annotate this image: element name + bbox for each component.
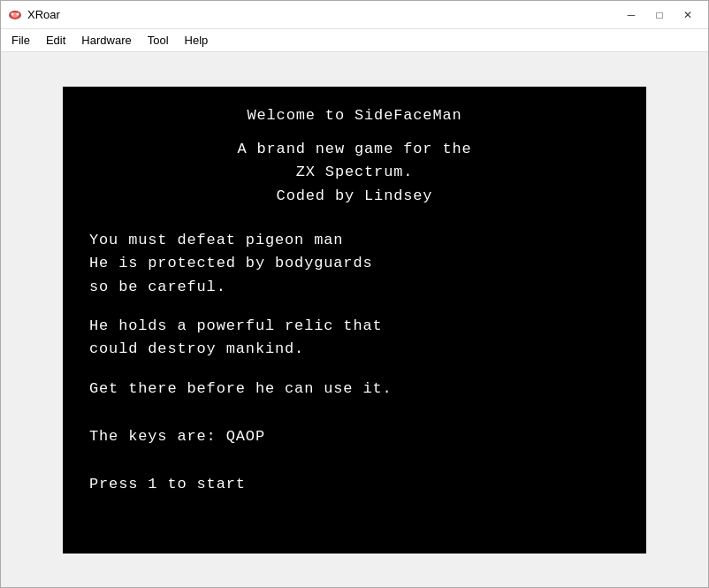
- screen-line2: A brand new game for the: [89, 138, 620, 161]
- screen-line4: Coded by Lindsey: [89, 185, 620, 208]
- close-button[interactable]: ✕: [675, 6, 701, 24]
- screen-subtitle: A brand new game for the ZX Spectrum. Co…: [89, 138, 620, 208]
- svg-point-2: [11, 12, 14, 15]
- screen-title-line: Welcome to SideFaceMan: [89, 104, 620, 127]
- screen-get: Get there before he can use it.: [89, 378, 620, 401]
- screen-line9: could destroy mankind.: [89, 338, 620, 361]
- svg-point-3: [17, 12, 19, 15]
- screen-press: Press 1 to start: [89, 473, 620, 496]
- menu-hardware[interactable]: Hardware: [74, 32, 138, 49]
- minimize-button[interactable]: ─: [618, 6, 644, 24]
- emulator-screen: Welcome to SideFaceMan A brand new game …: [63, 87, 646, 554]
- title-bar: XRoar ─ □ ✕: [1, 1, 708, 29]
- screen-line10: Get there before he can use it.: [89, 378, 620, 401]
- screen-body: You must defeat pigeon man He is protect…: [89, 229, 620, 299]
- screen-line12: Press 1 to start: [89, 473, 620, 496]
- screen-relic: He holds a powerful relic that could des…: [89, 315, 620, 362]
- main-content: Welcome to SideFaceMan A brand new game …: [1, 52, 708, 587]
- maximize-button[interactable]: □: [646, 6, 673, 24]
- xroar-icon: [8, 8, 22, 22]
- screen-line7: so be careful.: [89, 276, 620, 299]
- screen-keys: The keys are: QAOP: [89, 425, 620, 448]
- app-window: XRoar ─ □ ✕ File Edit Hardware Tool Help…: [0, 0, 709, 588]
- menu-tool[interactable]: Tool: [141, 32, 176, 49]
- screen-line6: He is protected by bodyguards: [89, 252, 620, 275]
- menu-bar: File Edit Hardware Tool Help: [1, 29, 708, 52]
- title-bar-left: XRoar: [8, 8, 60, 22]
- menu-help[interactable]: Help: [178, 32, 216, 49]
- menu-file[interactable]: File: [4, 32, 37, 49]
- screen-line5: You must defeat pigeon man: [89, 229, 620, 252]
- window-title: XRoar: [27, 8, 60, 21]
- menu-edit[interactable]: Edit: [39, 32, 72, 49]
- screen-line3: ZX Spectrum.: [89, 161, 620, 184]
- screen-line8: He holds a powerful relic that: [89, 315, 620, 338]
- screen-line11: The keys are: QAOP: [89, 425, 620, 448]
- title-bar-controls: ─ □ ✕: [618, 6, 701, 24]
